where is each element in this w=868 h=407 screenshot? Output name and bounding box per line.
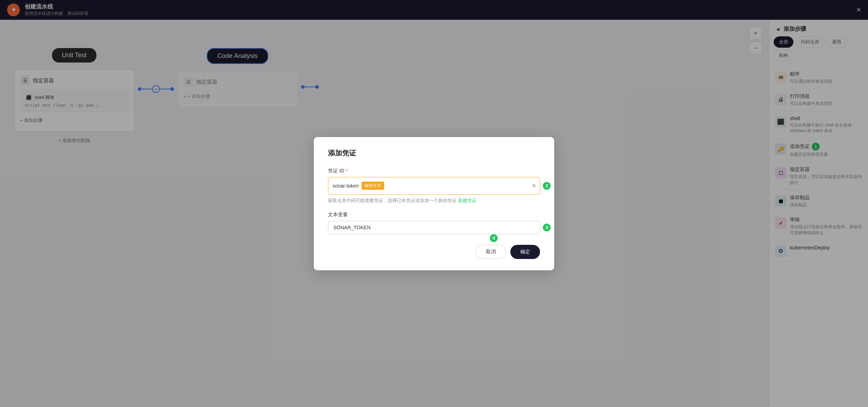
text-variable-label: 文本变量: [328, 212, 540, 218]
modal-title: 添加凭证: [328, 148, 540, 158]
badge-3: 3: [543, 224, 551, 231]
badge-2: 2: [543, 182, 551, 190]
credential-id-group: 凭证 ID * sonar-token 秘密文本 ✕ 2 获取仓库代码可能需要凭…: [328, 168, 540, 204]
credential-id-input-wrapper[interactable]: sonar-token 秘密文本 ✕: [328, 177, 540, 195]
new-credential-link[interactable]: 新建凭证: [458, 198, 476, 203]
badge-4: 4: [490, 234, 498, 242]
credential-clear-button[interactable]: ✕: [532, 182, 536, 189]
credential-hint: 获取仓库代码可能需要凭证，选择已有凭证或添加一个新的凭证 新建凭证: [328, 197, 540, 204]
modal-footer: 4 取消 确定: [328, 245, 540, 259]
confirm-button[interactable]: 确定: [510, 245, 540, 259]
add-credential-modal: 添加凭证 凭证 ID * sonar-token 秘密文本 ✕ 2 获取仓库代码…: [314, 137, 554, 270]
text-variable-input[interactable]: [328, 221, 540, 234]
credential-id-value: sonar-token: [333, 179, 359, 192]
modal-overlay: 添加凭证 凭证 ID * sonar-token 秘密文本 ✕ 2 获取仓库代码…: [0, 0, 868, 407]
text-variable-group: 文本变量 3: [328, 212, 540, 234]
required-star: *: [346, 168, 347, 174]
credential-id-label: 凭证 ID *: [328, 168, 540, 174]
credential-type-tag: 秘密文本: [362, 182, 384, 190]
cancel-button[interactable]: 取消: [476, 245, 506, 259]
